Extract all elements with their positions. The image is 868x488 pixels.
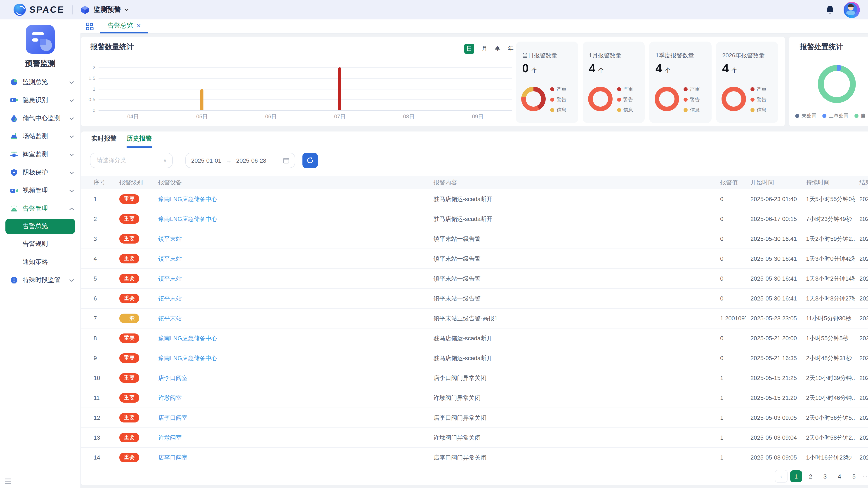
sidebar-item-video-management[interactable]: 视频管理 xyxy=(0,182,81,200)
sidebar-item-station-monitor[interactable]: 场站监测 xyxy=(0,127,81,145)
x-tick-label: 07日 xyxy=(322,113,358,121)
sidebar-item-monitor-overview[interactable]: 监测总览 xyxy=(0,73,81,91)
device-link[interactable]: 许墩阀室 xyxy=(158,394,182,401)
legend-dot-icon xyxy=(550,108,554,112)
sidebar-item-special-period[interactable]: 特殊时段监管 xyxy=(0,271,81,289)
sidebar-subitem-notify-policy[interactable]: 通知策略 xyxy=(0,253,81,271)
water-drop-icon xyxy=(10,114,18,123)
user-avatar[interactable] xyxy=(844,2,860,18)
device-link[interactable]: 店李口阀室 xyxy=(158,375,188,381)
device-link[interactable]: 店李口阀室 xyxy=(158,454,188,461)
disposal-donut-chart xyxy=(818,65,856,103)
date-start: 2025-01-01 xyxy=(191,157,221,164)
search-refresh-button[interactable] xyxy=(303,153,318,168)
cell-start-time: 2025-05-21 20:00 xyxy=(746,328,802,348)
device-link[interactable]: 镇平末站 xyxy=(158,295,182,302)
device-link[interactable]: 许墩阀室 xyxy=(158,434,182,441)
range-button-年[interactable]: 年 xyxy=(508,45,514,53)
sidebar-title: 预警监测 xyxy=(0,58,81,69)
cell-duration: 2天10小时46分钟... xyxy=(802,388,855,408)
pagination-page-2[interactable]: 2 xyxy=(805,470,816,482)
category-select[interactable]: 请选择分类 ∨ xyxy=(90,153,173,168)
grid-menu-icon[interactable] xyxy=(81,20,100,33)
cell-end-time: 2025 xyxy=(855,209,868,229)
sidebar-item-valve-room-monitor[interactable]: 阀室监测 xyxy=(0,145,81,164)
workspace-tabbar: 告警总览 ✕ xyxy=(81,20,868,34)
app-chevron-down-icon[interactable] xyxy=(125,8,129,11)
cell-end-time: 2025 xyxy=(855,348,868,368)
cell-value: 1 xyxy=(716,408,746,428)
cell-content: 镇平末站一级告警 xyxy=(429,269,716,289)
stat-card-title: 1季度报警数量 xyxy=(655,52,694,60)
sidebar-item-cathodic-protection[interactable]: 阴极保护 xyxy=(0,164,81,182)
sidebar-collapse-icon[interactable] xyxy=(4,478,12,484)
date-range-picker[interactable]: 2025-01-01 → 2025-06-28 xyxy=(185,153,295,168)
pie-chart-icon xyxy=(10,78,18,86)
cell-value: 0 xyxy=(716,269,746,289)
cell-duration: 2天0小时58分钟2... xyxy=(802,428,855,448)
cell-duration: 2天10小时39分钟... xyxy=(802,368,855,388)
pagination-page-1[interactable]: 1 xyxy=(790,470,802,482)
device-link[interactable]: 镇平末站 xyxy=(158,275,182,282)
bar-chart-plot: 04日05日06日07日08日09日 xyxy=(98,67,512,111)
tab-alarm-overview[interactable]: 告警总览 ✕ xyxy=(100,20,148,33)
pagination-page-5[interactable]: 5 xyxy=(848,470,860,482)
sidebar-item-gas-storage-monitor[interactable]: 储气中心监测 xyxy=(0,109,81,127)
level-badge: 重要 xyxy=(119,234,139,243)
device-link[interactable]: 豫南LNG应急储备中心 xyxy=(158,335,217,341)
sidebar-subitem-alarm-overview[interactable]: 告警总览 xyxy=(5,219,75,234)
device-link[interactable]: 豫南LNG应急储备中心 xyxy=(158,215,217,222)
cell-start-time: 2025-05-03 09:05 xyxy=(746,448,802,467)
device-link[interactable]: 镇平末站 xyxy=(158,235,182,242)
cell-content: 店李口阀门异常关闭 xyxy=(429,368,716,388)
cell-end-time: 2025 xyxy=(855,269,868,289)
stat-card-number: 4个 xyxy=(589,61,604,75)
device-link[interactable]: 豫南LNG应急储备中心 xyxy=(158,355,217,361)
app-switcher[interactable]: 监测预警 xyxy=(94,5,121,14)
tab-history-alerts[interactable]: 历史报警 xyxy=(127,131,152,148)
stat-card-donut-chart xyxy=(655,87,679,111)
cell-content: 驻马店储运-scada断开 xyxy=(429,328,716,348)
sidebar-subitem-alarm-rules[interactable]: 告警规则 xyxy=(0,235,81,253)
legend-item: 信息 xyxy=(550,107,566,113)
cell-index: 5 xyxy=(81,269,115,289)
cell-end-time: 2025 xyxy=(855,189,868,209)
pagination-prev-button[interactable]: ‹ xyxy=(775,470,787,483)
pagination-page-3[interactable]: 3 xyxy=(819,470,831,482)
tab-close-icon[interactable]: ✕ xyxy=(136,23,141,29)
tab-realtime-alerts[interactable]: 实时报警 xyxy=(91,131,117,147)
device-link[interactable]: 镇平末站 xyxy=(158,315,182,322)
notification-bell-icon[interactable] xyxy=(826,5,835,15)
range-button-季[interactable]: 季 xyxy=(495,45,500,53)
sidebar-item-hazard-identification[interactable]: 隐患识别 xyxy=(0,91,81,109)
cell-duration: 1天3小时0分钟42秒 xyxy=(802,249,855,269)
stat-card: 当日报警数量 0个 严重警告信息 xyxy=(516,41,578,123)
device-link[interactable]: 豫南LNG应急储备中心 xyxy=(158,195,217,202)
alerts-panel: 实时报警 历史报警 请选择分类 ∨ 2025-01-01 → 2025-06-2… xyxy=(81,131,868,485)
device-link[interactable]: 店李口阀室 xyxy=(158,414,188,421)
device-link[interactable]: 镇平末站 xyxy=(158,255,182,262)
cell-start-time: 2025-05-30 16:41 xyxy=(746,269,802,289)
x-tick-label: 05日 xyxy=(184,113,220,121)
range-button-月[interactable]: 月 xyxy=(482,45,487,53)
level-badge: 重要 xyxy=(119,413,139,422)
table-row: 9 重要 豫南LNG应急储备中心 驻马店储运-scada断开 0 2025-05… xyxy=(81,348,868,368)
pagination-more[interactable]: ··· xyxy=(863,473,868,480)
cell-content: 驻马店储运-scada断开 xyxy=(429,209,716,229)
cell-duration: 1小时16分钟23秒 xyxy=(802,448,855,467)
legend-dot-icon xyxy=(617,108,621,112)
legend-dot-icon xyxy=(550,98,554,102)
date-end: 2025-06-28 xyxy=(236,157,266,164)
cell-start-time: 2025-05-30 16:41 xyxy=(746,229,802,249)
pagination-page-4[interactable]: 4 xyxy=(834,470,845,482)
range-button-日[interactable]: 日 xyxy=(464,44,474,54)
table-row: 11 重要 许墩阀室 许墩阀门异常关闭 1 2025-05-15 21:20 2… xyxy=(81,388,868,408)
sidebar-item-alarm-management[interactable]: 告警管理 xyxy=(0,200,81,218)
legend-item: 警告 xyxy=(617,96,633,103)
stat-card-number: 4个 xyxy=(722,61,737,75)
cell-duration: 1天3小时2分钟14秒 xyxy=(802,269,855,289)
cell-content: 镇平末站三级告警-高报1 xyxy=(429,308,716,328)
cell-duration: 2小时48分钟31秒 xyxy=(802,348,855,368)
cell-end-time: 2025 xyxy=(855,308,868,328)
table-row: 13 重要 许墩阀室 许墩阀门异常关闭 1 2025-05-03 09:04 2… xyxy=(81,428,868,448)
